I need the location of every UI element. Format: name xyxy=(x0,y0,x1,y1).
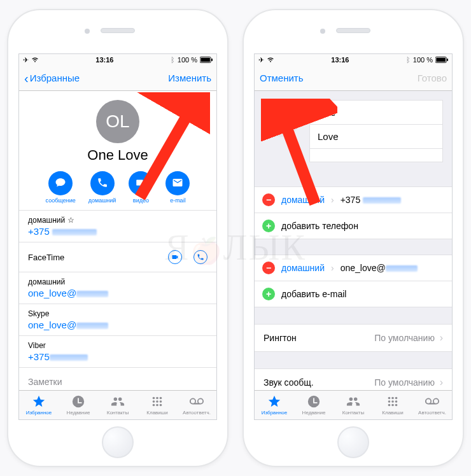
svg-point-3 xyxy=(153,397,155,400)
viber-value: +375 xyxy=(28,351,50,362)
wifi-icon xyxy=(267,57,274,63)
tab-contacts[interactable]: Контакты xyxy=(334,391,373,419)
action-label: e-mail xyxy=(170,197,186,204)
star-icon xyxy=(267,395,281,409)
svg-rect-15 xyxy=(447,59,448,61)
email-value[interactable]: one_love@ xyxy=(341,263,386,273)
viber-row[interactable]: Viber +375 xyxy=(19,335,216,367)
last-name-input[interactable]: Love xyxy=(310,125,442,149)
back-button[interactable]: ‹ Избранные xyxy=(24,72,80,85)
delete-icon[interactable]: − xyxy=(262,262,275,274)
add-icon[interactable]: + xyxy=(262,220,275,232)
first-name-input[interactable]: One xyxy=(310,101,442,125)
action-label: сообщение xyxy=(46,197,76,204)
add-phone-row[interactable]: + добавить телефон xyxy=(255,213,452,239)
video-icon xyxy=(135,177,146,190)
svg-point-21 xyxy=(395,400,398,403)
tab-voicemail[interactable]: Автоответч. xyxy=(412,391,452,419)
phone-row[interactable]: домашний ☆ +375 xyxy=(19,210,216,242)
svg-point-24 xyxy=(395,404,398,407)
edit-button[interactable]: Изменить xyxy=(168,73,211,83)
action-video[interactable]: видео xyxy=(129,171,153,204)
home-button[interactable] xyxy=(337,426,369,458)
edit-header: фото One Love xyxy=(255,91,452,171)
svg-rect-14 xyxy=(436,58,446,62)
svg-point-20 xyxy=(391,400,394,403)
field-label: Viber xyxy=(28,341,207,350)
tab-label: Избранное xyxy=(262,410,288,416)
add-icon[interactable]: + xyxy=(262,288,275,300)
svg-rect-2 xyxy=(211,59,213,61)
text-tone-value: По умолчанию xyxy=(374,377,435,388)
tab-voicemail[interactable]: Автоответч. xyxy=(177,391,216,419)
status-bar: ✈︎ 13:16 ᛒ 100 % xyxy=(255,54,452,66)
ringtone-group: Рингтон По умолчанию › xyxy=(255,324,452,352)
status-time: 13:16 xyxy=(274,56,406,64)
email-row[interactable]: − домашний › one_love@ xyxy=(255,255,452,281)
skype-row[interactable]: Skype one_love@ xyxy=(19,304,216,335)
tab-favorites[interactable]: Избранное xyxy=(255,391,294,419)
speaker xyxy=(336,28,370,33)
field-label: Skype xyxy=(28,309,207,318)
airplane-icon: ✈︎ xyxy=(23,56,29,64)
tab-label: Недавние xyxy=(302,410,326,416)
tab-keypad[interactable]: Клавиши xyxy=(137,391,177,419)
contact-header: OL One Love сообщение домашний видео xyxy=(19,91,216,210)
action-mail[interactable]: e-mail xyxy=(165,171,190,204)
cancel-button[interactable]: Отменить xyxy=(260,73,304,83)
tab-label: Избранное xyxy=(26,410,52,416)
clock-icon xyxy=(71,395,85,409)
star-icon xyxy=(32,395,46,409)
facetime-video-icon[interactable] xyxy=(168,250,182,264)
front-camera xyxy=(320,29,325,34)
mail-icon xyxy=(172,177,183,190)
battery-text: 100 % xyxy=(178,56,197,64)
tab-contacts[interactable]: Контакты xyxy=(98,391,137,419)
tab-bar: Избранное Недавние Контакты Клавиши Авто… xyxy=(255,390,452,419)
tab-recents[interactable]: Недавние xyxy=(294,391,334,419)
tab-keypad[interactable]: Клавиши xyxy=(373,391,412,419)
ringtone-row[interactable]: Рингтон По умолчанию › xyxy=(255,325,452,351)
done-button[interactable]: Готово xyxy=(418,73,447,83)
keypad-icon xyxy=(150,395,164,409)
action-label: видео xyxy=(133,197,149,204)
email-row[interactable]: домашний one_love@ xyxy=(19,272,216,304)
svg-point-16 xyxy=(388,397,391,400)
redacted xyxy=(363,197,401,204)
voicemail-icon xyxy=(190,395,204,409)
avatar: OL xyxy=(96,100,139,143)
email-group: − домашний › one_love@ + добавить e-mail xyxy=(255,255,452,307)
facetime-audio-icon[interactable] xyxy=(193,250,207,264)
svg-rect-1 xyxy=(200,58,210,62)
phone-row[interactable]: − домашний › +375 xyxy=(255,187,452,213)
svg-point-7 xyxy=(156,400,158,403)
redacted xyxy=(50,354,88,361)
svg-point-8 xyxy=(160,400,162,403)
tab-label: Контакты xyxy=(342,410,365,416)
tab-favorites[interactable]: Избранное xyxy=(19,391,59,419)
airplane-icon: ✈︎ xyxy=(258,56,264,64)
action-call[interactable]: домашний xyxy=(88,171,116,204)
phone-value[interactable]: +375 xyxy=(341,195,361,205)
text-tone-label: Звук сообщ. xyxy=(264,377,314,388)
status-time: 13:16 xyxy=(39,56,171,64)
facetime-row[interactable]: FaceTime xyxy=(19,242,216,272)
svg-point-6 xyxy=(153,400,155,403)
contacts-icon xyxy=(111,395,125,409)
bluetooth-icon: ᛒ xyxy=(406,56,411,64)
field-label[interactable]: домашний xyxy=(281,195,325,205)
field-label: домашний xyxy=(28,277,207,286)
add-photo-button[interactable]: фото xyxy=(264,100,300,137)
contact-name: One Love xyxy=(19,147,216,164)
add-email-row[interactable]: + добавить e-mail xyxy=(255,281,452,307)
tab-recents[interactable]: Недавние xyxy=(59,391,98,419)
company-input[interactable] xyxy=(310,149,442,162)
action-message[interactable]: сообщение xyxy=(46,171,76,204)
chevron-right-icon: › xyxy=(440,377,443,388)
field-label[interactable]: домашний xyxy=(281,263,325,273)
delete-icon[interactable]: − xyxy=(262,193,275,206)
redacted xyxy=(76,323,108,329)
svg-point-18 xyxy=(395,397,398,400)
keypad-icon xyxy=(386,395,400,409)
home-button[interactable] xyxy=(102,426,134,458)
